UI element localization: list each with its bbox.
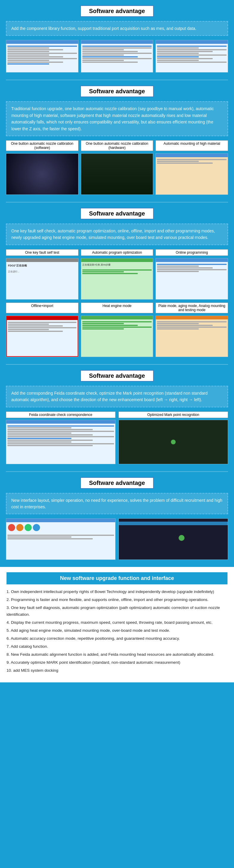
section-2-images <box>6 153 228 195</box>
list-item-8: 8. New Feida automatic alignment functio… <box>6 651 228 658</box>
section-3-image-3 <box>155 258 228 300</box>
section-3-label-2: Automatic program optimization <box>81 249 153 256</box>
section-1: Software advantage Add the component lib… <box>0 0 234 80</box>
list-item-6: 6. Automatic accuracy correction mode, r… <box>6 635 228 642</box>
list-item-5: 5. Add aging heat engine mode, simulated… <box>6 627 228 634</box>
list-item-4: 4. Display the current mounting progress… <box>6 619 228 626</box>
section-2: Software advantage Traditional function … <box>0 80 234 202</box>
list-item-9: 9. Accurately optimize MARK point identi… <box>6 659 228 666</box>
section-4-image-1 <box>6 420 116 464</box>
section-2-image-3 <box>155 153 228 195</box>
section-3-image-6 <box>155 316 228 357</box>
section-3-labels-row2: Offline+import Heat engine mode Plate mo… <box>6 303 228 313</box>
section-3-label-6: Plate mode, aging mode, Analog mounting … <box>155 303 228 313</box>
section-4-label-1: Feida coordinate check correspondence <box>6 411 116 418</box>
section-5-description: New interface layout, simpler operation,… <box>6 493 228 515</box>
section-4: Software advantage Add the corresponding… <box>0 365 234 471</box>
section-1-image-1 <box>6 40 79 72</box>
section-3-image-4 <box>6 316 79 357</box>
section-2-description: Traditional function upgrade, one button… <box>6 101 228 136</box>
section-4-labels: Feida coordinate check correspondence Op… <box>6 411 228 418</box>
section-3-label-4: Offline+import <box>6 303 79 313</box>
section-4-label-2: Optimized Mark point recognition <box>118 411 228 418</box>
section-3-image-5 <box>81 316 153 357</box>
bottom-list: 1. Own independent intellectual property… <box>6 589 228 674</box>
section-3-image-2: 正在规划第7任务,第55步骤 <box>81 258 153 300</box>
section-1-image-3 <box>155 40 228 72</box>
section-2-label-3: Automatic mounting of high material <box>155 140 228 151</box>
section-2-image-1 <box>6 153 79 195</box>
section-3-label-5: Heat engine mode <box>81 303 153 313</box>
section-2-labels: One button automatic nozzle calibration … <box>6 140 228 151</box>
section-2-title: Software advantage <box>6 86 228 97</box>
list-item-10: 10. add MES system docking <box>6 667 228 674</box>
section-1-description: Add the component library function, supp… <box>6 21 228 36</box>
section-4-image-2 <box>118 420 228 464</box>
section-4-images <box>6 420 228 464</box>
section-1-title: Software advantage <box>6 5 228 17</box>
bottom-title: New software upgrade function and interf… <box>6 572 228 584</box>
section-2-label-2: One button automatic nozzle calibration … <box>81 140 153 151</box>
section-3-title: Software advantage <box>6 208 228 219</box>
list-item-7: 7. Add catalog function. <box>6 643 228 650</box>
section-3-labels-row1: One key fault self test Automatic progra… <box>6 249 228 256</box>
section-3-description: One key fault self check, automatic prog… <box>6 223 228 245</box>
section-5: Software advantage New interface layout,… <box>0 472 234 567</box>
section-3-image-1: FDO2"正在自检 正在进行... <box>6 258 79 300</box>
section-5-images <box>6 518 228 560</box>
section-2-label-1: One button automatic nozzle calibration … <box>6 140 79 151</box>
section-3-label-3: Online programming <box>155 249 228 256</box>
section-1-image-2 <box>81 40 153 72</box>
section-4-title: Software advantage <box>6 370 228 381</box>
section-4-description: Add the corresponding Feida coordinate c… <box>6 386 228 407</box>
section-5-title: Software advantage <box>6 477 228 489</box>
section-5-image-2 <box>118 518 228 560</box>
list-item-3: 3. One key fault self diagnosis, automat… <box>6 604 228 618</box>
section-3-images-row1: FDO2"正在自检 正在进行... 正在规划第7任务,第55步骤 <box>6 258 228 300</box>
section-1-images <box>6 40 228 72</box>
section-3-images-row2 <box>6 316 228 357</box>
section-3: Software advantage One key fault self ch… <box>0 203 234 364</box>
list-item-1: 1. Own independent intellectual property… <box>6 589 228 595</box>
section-2-image-2 <box>81 153 153 195</box>
section-3-label-1: One key fault self test <box>6 249 79 256</box>
list-item-2: 2. Programming is faster and more flexib… <box>6 596 228 603</box>
section-5-image-1 <box>6 518 116 560</box>
bottom-section: New software upgrade function and interf… <box>0 567 234 682</box>
